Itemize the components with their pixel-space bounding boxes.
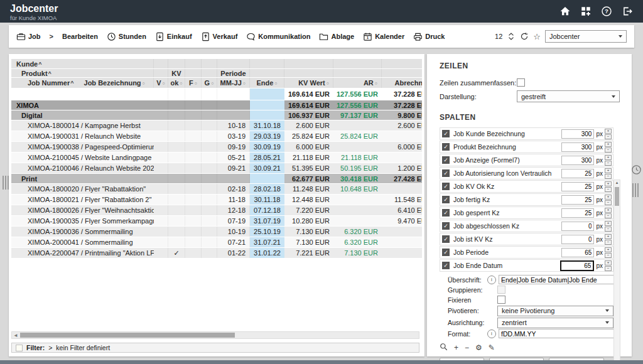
right-splitter-handle[interactable] [632, 183, 639, 197]
table-row[interactable]: XIMOA-1900035 / Flyer Sommerkampagne07-1… [11, 216, 422, 227]
stepper-down-button[interactable]: − [605, 200, 612, 205]
stepper-up-button[interactable]: + [605, 129, 612, 134]
spalten-row[interactable]: ✓Job KV Ok Kzpx+− [440, 180, 613, 193]
stepper-up-button[interactable]: + [605, 208, 612, 213]
stepper-down-button[interactable]: − [605, 134, 612, 139]
menu-item-kalender[interactable]: 1Kalender [363, 32, 404, 41]
favorite-star-icon[interactable]: ☆ [533, 33, 541, 41]
stepper-up-button[interactable]: + [605, 221, 612, 226]
column-width-input[interactable] [561, 142, 594, 152]
info-icon[interactable]: i [487, 276, 496, 284]
spalten-row[interactable]: ✓Job abgeschlossen Kzpx+− [440, 220, 613, 232]
view-select[interactable]: Jobcenter [545, 30, 627, 43]
table-row[interactable]: XIMOA-1900038 / Pagespeed-Optimierung09-… [11, 142, 422, 153]
menu-item-ablage[interactable]: Ablage [319, 32, 354, 41]
column-header-g[interactable]: G○ [202, 78, 217, 88]
spalten-row[interactable]: ✓Job Anzeige (Formel7)px+− [440, 154, 613, 166]
table-group-row[interactable]: Print62.677 EUR30.418 EUR27.428 EUR [11, 174, 422, 184]
column-header-kv-wert[interactable]: KV Wert○ [284, 78, 333, 88]
column-checkbox[interactable]: ✓ [442, 156, 450, 164]
stepper-down-button[interactable]: − [605, 227, 612, 232]
stepper-up-button[interactable]: + [605, 142, 612, 147]
gruppieren-checkbox[interactable] [497, 286, 505, 294]
column-header-ok[interactable]: ok○ [168, 78, 185, 88]
filter-bar[interactable]: Filter: > kein Filter definiert [11, 343, 419, 353]
stepper-up-button[interactable]: + [605, 181, 612, 186]
table-row[interactable]: XIMOA-1900036 / Sommermailing10-1925.10.… [11, 227, 422, 237]
column-header-ar[interactable]: AR○ [333, 78, 382, 88]
stepper-down-button[interactable]: − [605, 240, 612, 245]
stepper-up-button[interactable]: + [605, 247, 612, 252]
scroll-up-icon[interactable]: ▲ [614, 181, 620, 185]
ausrichtung-select[interactable]: zentriert [497, 318, 613, 328]
column-checkbox[interactable]: ✓ [442, 222, 450, 230]
stepper-up-button[interactable]: + [605, 155, 612, 160]
column-header-job-nummer[interactable]: Job Nummer^ Job Bezeichnung○ [11, 78, 154, 88]
menu-item-einkauf[interactable]: Einkauf [155, 32, 192, 41]
table-row[interactable]: XIMOA-1800020 / Flyer "Rabattaktion"02-1… [11, 184, 422, 195]
spalten-row[interactable]: ✓Job fertig Kzpx+− [440, 193, 613, 206]
darstellung-select[interactable]: gestreift [517, 90, 620, 102]
stepper-down-button[interactable]: − [605, 266, 612, 271]
table-row[interactable]: XIMOA-2000041 / Sommermailing07-2131.07.… [11, 237, 422, 248]
stepper-down-button[interactable]: − [605, 161, 612, 166]
spalten-row[interactable]: ✓Job Kunde Bezeichnungpx+− [440, 127, 613, 140]
ueberschrift-input[interactable] [499, 275, 615, 284]
help-icon[interactable]: ? [601, 6, 612, 17]
column-checkbox[interactable]: ✓ [442, 196, 450, 203]
column-checkbox[interactable]: ✓ [442, 183, 450, 190]
stepper-up-button[interactable]: + [605, 260, 612, 265]
menu-item-bearbeiten[interactable]: Bearbeiten [62, 33, 98, 40]
apps-grid-icon[interactable] [580, 6, 592, 17]
spalten-row[interactable]: ✓Job Autorisierung Icon Vertraulichpx+− [440, 167, 613, 179]
menu-item-verkauf[interactable]: Verkauf [201, 32, 238, 41]
column-checkbox[interactable]: ✓ [442, 249, 450, 256]
zusammenfassen-checkbox[interactable] [517, 78, 525, 87]
stepper-down-button[interactable]: − [605, 253, 612, 258]
column-width-input[interactable] [561, 156, 594, 165]
table-row[interactable]: XIMOA-1800026 / Flyer "Weihnachtsaktion"… [11, 205, 422, 216]
table-row[interactable]: XIMOA-1800021 / Flyer "Rabattaktion 2"11… [11, 195, 422, 205]
menu-item-kommunikation[interactable]: Kommunikation [246, 32, 310, 41]
table-row[interactable]: XIMOA-1900031 / Relaunch Website03-1929.… [11, 131, 422, 142]
table-group-row[interactable]: 169.614 EUR127.556 EUR37.228 EUR [11, 88, 422, 100]
horizontal-scrollbar[interactable]: ◄ [11, 331, 419, 339]
spalten-row[interactable]: ✓Produkt Bezeichnungpx+− [440, 141, 613, 153]
info-icon[interactable]: i [487, 329, 496, 338]
menu-item-stunden[interactable]: Stunden [107, 32, 146, 41]
add-column-icon[interactable]: + [454, 344, 458, 351]
stepper-down-button[interactable]: − [605, 174, 612, 179]
search-icon[interactable] [440, 343, 448, 352]
stepper-down-button[interactable]: − [605, 213, 612, 218]
column-checkbox[interactable]: ✓ [442, 262, 450, 269]
stepper-down-button[interactable]: − [605, 147, 612, 153]
table-group-row[interactable]: XIMOA169.614 EUR127.556 EUR37.228 EUR [11, 100, 422, 110]
edit-pencil-icon[interactable]: ✎ [489, 344, 495, 351]
column-checkbox[interactable]: ✓ [442, 209, 450, 217]
stepper-up-button[interactable]: + [605, 195, 612, 200]
column-width-input[interactable] [561, 248, 594, 257]
stepper-up-button[interactable]: + [605, 168, 612, 173]
left-splitter-handle[interactable] [3, 176, 9, 190]
spalten-row[interactable]: ✓Job ist KV Kzpx+− [440, 233, 613, 245]
spalten-row[interactable]: ✓Job Ende Datumpx+− [440, 259, 613, 272]
column-header-produkt[interactable]: Produkt^ [11, 69, 154, 77]
column-width-input[interactable] [561, 169, 594, 178]
column-width-input[interactable] [561, 195, 594, 205]
stepper-down-button[interactable]: − [605, 187, 612, 192]
column-header-ende[interactable]: Ende○ [250, 78, 284, 88]
column-checkbox[interactable]: ✓ [442, 143, 450, 151]
logout-icon[interactable] [622, 6, 633, 17]
table-row[interactable]: XIMOA-1800014 / Kampagne Herbst10-1831.1… [11, 120, 422, 131]
stepper-up-button[interactable]: + [605, 234, 612, 239]
spalten-row[interactable]: ✓Job Periodepx+− [440, 246, 613, 259]
column-width-input[interactable] [561, 208, 594, 218]
table-row[interactable]: XIMOA-2100046 / Relaunch Website 202109-… [11, 163, 422, 174]
table-group-row[interactable]: Digital106.937 EUR97.137 EUR9.800 EUR [11, 110, 422, 120]
home-icon[interactable] [559, 6, 571, 17]
column-header-abrechnen[interactable]: Abrechnen [382, 78, 422, 88]
column-checkbox[interactable]: ✓ [442, 130, 450, 137]
filter-checkbox[interactable] [16, 345, 23, 351]
fixieren-checkbox[interactable] [497, 296, 505, 304]
column-header-v[interactable]: V○ [154, 78, 168, 88]
